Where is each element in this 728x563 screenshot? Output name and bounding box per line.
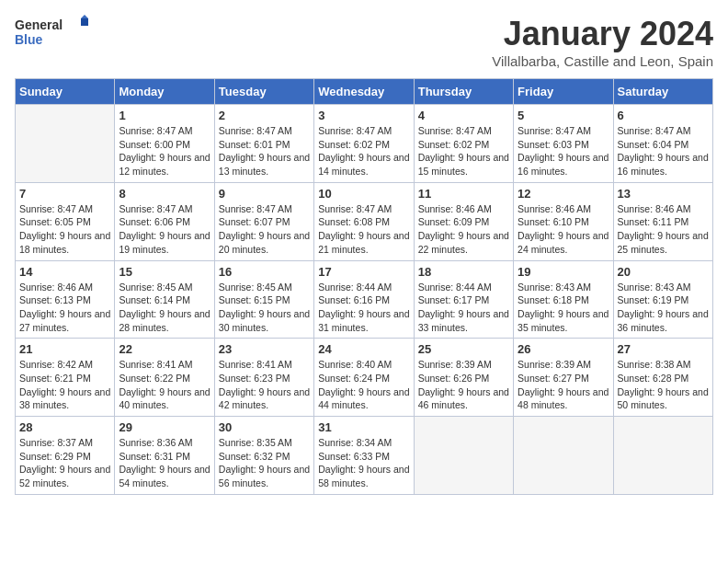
calendar-cell: 23 Sunrise: 8:41 AM Sunset: 6:23 PM Dayl… bbox=[214, 339, 313, 417]
calendar-title: January 2024 bbox=[492, 15, 713, 53]
day-number: 4 bbox=[418, 109, 509, 122]
calendar-cell: 8 Sunrise: 8:47 AM Sunset: 6:06 PM Dayli… bbox=[115, 182, 214, 260]
day-number: 1 bbox=[119, 109, 210, 122]
sunset-text: Sunset: 6:10 PM bbox=[518, 215, 609, 229]
sunset-text: Sunset: 6:06 PM bbox=[119, 215, 210, 229]
calendar-cell bbox=[414, 417, 513, 495]
daylight-text: Daylight: 9 hours and 33 minutes. bbox=[418, 307, 509, 334]
col-wednesday: Wednesday bbox=[314, 79, 414, 105]
day-number: 16 bbox=[219, 265, 310, 279]
sunrise-text: Sunrise: 8:47 AM bbox=[618, 124, 709, 138]
calendar-cell: 17 Sunrise: 8:44 AM Sunset: 6:16 PM Dayl… bbox=[314, 260, 414, 339]
calendar-cell: 11 Sunrise: 8:46 AM Sunset: 6:09 PM Dayl… bbox=[414, 182, 513, 260]
sunset-text: Sunset: 6:32 PM bbox=[219, 450, 310, 464]
day-number: 12 bbox=[518, 187, 609, 201]
calendar-table: Sunday Monday Tuesday Wednesday Thursday… bbox=[15, 78, 713, 495]
sunrise-text: Sunrise: 8:42 AM bbox=[19, 358, 110, 372]
daylight-text: Daylight: 9 hours and 19 minutes. bbox=[119, 229, 210, 256]
calendar-cell: 20 Sunrise: 8:43 AM Sunset: 6:19 PM Dayl… bbox=[613, 260, 712, 339]
daylight-text: Daylight: 9 hours and 42 minutes. bbox=[219, 385, 310, 412]
svg-marker-2 bbox=[81, 15, 88, 18]
day-number: 11 bbox=[418, 187, 509, 201]
day-number: 25 bbox=[418, 342, 509, 356]
sunset-text: Sunset: 6:02 PM bbox=[418, 138, 509, 152]
day-number: 5 bbox=[518, 109, 609, 122]
day-number: 2 bbox=[219, 109, 310, 122]
sunrise-text: Sunrise: 8:46 AM bbox=[19, 281, 110, 294]
sunset-text: Sunset: 6:15 PM bbox=[219, 293, 310, 307]
day-number: 14 bbox=[19, 265, 110, 279]
sunrise-text: Sunrise: 8:44 AM bbox=[418, 281, 509, 294]
sunrise-text: Sunrise: 8:47 AM bbox=[518, 124, 609, 138]
sunset-text: Sunset: 6:23 PM bbox=[219, 372, 310, 385]
sunrise-text: Sunrise: 8:41 AM bbox=[219, 358, 310, 372]
calendar-subtitle: Villalbarba, Castille and Leon, Spain bbox=[492, 53, 713, 69]
col-thursday: Thursday bbox=[414, 79, 513, 105]
sunset-text: Sunset: 6:03 PM bbox=[518, 138, 609, 152]
sunrise-text: Sunrise: 8:46 AM bbox=[518, 202, 609, 216]
day-number: 31 bbox=[318, 420, 409, 434]
daylight-text: Daylight: 9 hours and 35 minutes. bbox=[518, 307, 609, 334]
daylight-text: Daylight: 9 hours and 20 minutes. bbox=[219, 229, 310, 256]
title-area: January 2024 Villalbarba, Castille and L… bbox=[492, 15, 713, 69]
sunrise-text: Sunrise: 8:47 AM bbox=[418, 124, 509, 138]
calendar-cell: 1 Sunrise: 8:47 AM Sunset: 6:00 PM Dayli… bbox=[115, 105, 214, 183]
daylight-text: Daylight: 9 hours and 21 minutes. bbox=[318, 229, 409, 256]
day-number: 3 bbox=[318, 109, 409, 122]
sunrise-text: Sunrise: 8:41 AM bbox=[119, 358, 210, 372]
sunset-text: Sunset: 6:01 PM bbox=[219, 138, 310, 152]
calendar-cell: 4 Sunrise: 8:47 AM Sunset: 6:02 PM Dayli… bbox=[414, 105, 513, 183]
daylight-text: Daylight: 9 hours and 50 minutes. bbox=[618, 385, 709, 412]
calendar-cell: 24 Sunrise: 8:40 AM Sunset: 6:24 PM Dayl… bbox=[314, 339, 414, 417]
daylight-text: Daylight: 9 hours and 28 minutes. bbox=[119, 307, 210, 334]
calendar-cell bbox=[16, 105, 115, 183]
day-number: 8 bbox=[119, 187, 210, 201]
calendar-cell: 30 Sunrise: 8:35 AM Sunset: 6:32 PM Dayl… bbox=[214, 417, 313, 495]
sunrise-text: Sunrise: 8:46 AM bbox=[618, 202, 709, 216]
sunrise-text: Sunrise: 8:39 AM bbox=[518, 358, 609, 372]
day-number: 17 bbox=[318, 265, 409, 279]
sunrise-text: Sunrise: 8:47 AM bbox=[318, 202, 409, 216]
sunset-text: Sunset: 6:24 PM bbox=[318, 372, 409, 385]
day-number: 18 bbox=[418, 265, 509, 279]
svg-text:Blue: Blue bbox=[15, 32, 43, 47]
daylight-text: Daylight: 9 hours and 56 minutes. bbox=[219, 463, 310, 489]
logo: General Blue bbox=[15, 15, 97, 52]
sunrise-text: Sunrise: 8:47 AM bbox=[119, 124, 210, 138]
daylight-text: Daylight: 9 hours and 31 minutes. bbox=[318, 307, 409, 334]
daylight-text: Daylight: 9 hours and 44 minutes. bbox=[318, 385, 409, 412]
col-sunday: Sunday bbox=[16, 79, 115, 105]
calendar-cell: 15 Sunrise: 8:45 AM Sunset: 6:14 PM Dayl… bbox=[115, 260, 214, 339]
sunrise-text: Sunrise: 8:34 AM bbox=[318, 436, 409, 450]
calendar-cell: 28 Sunrise: 8:37 AM Sunset: 6:29 PM Dayl… bbox=[16, 417, 115, 495]
calendar-cell: 26 Sunrise: 8:39 AM Sunset: 6:27 PM Dayl… bbox=[514, 339, 613, 417]
day-number: 6 bbox=[618, 109, 709, 122]
sunset-text: Sunset: 6:22 PM bbox=[119, 372, 210, 385]
sunset-text: Sunset: 6:16 PM bbox=[318, 293, 409, 307]
calendar-cell: 18 Sunrise: 8:44 AM Sunset: 6:17 PM Dayl… bbox=[414, 260, 513, 339]
sunset-text: Sunset: 6:28 PM bbox=[618, 372, 709, 385]
calendar-cell bbox=[514, 417, 613, 495]
days-of-week-row: Sunday Monday Tuesday Wednesday Thursday… bbox=[16, 79, 713, 105]
day-number: 24 bbox=[318, 342, 409, 356]
sunrise-text: Sunrise: 8:44 AM bbox=[318, 281, 409, 294]
col-friday: Friday bbox=[514, 79, 613, 105]
daylight-text: Daylight: 9 hours and 12 minutes. bbox=[119, 151, 210, 178]
calendar-cell: 3 Sunrise: 8:47 AM Sunset: 6:02 PM Dayli… bbox=[314, 105, 414, 183]
calendar-cell: 19 Sunrise: 8:43 AM Sunset: 6:18 PM Dayl… bbox=[514, 260, 613, 339]
sunset-text: Sunset: 6:26 PM bbox=[418, 372, 509, 385]
daylight-text: Daylight: 9 hours and 54 minutes. bbox=[119, 463, 210, 489]
day-number: 7 bbox=[19, 187, 110, 201]
calendar-cell: 22 Sunrise: 8:41 AM Sunset: 6:22 PM Dayl… bbox=[115, 339, 214, 417]
col-tuesday: Tuesday bbox=[214, 79, 313, 105]
sunset-text: Sunset: 6:18 PM bbox=[518, 293, 609, 307]
daylight-text: Daylight: 9 hours and 46 minutes. bbox=[418, 385, 509, 412]
daylight-text: Daylight: 9 hours and 30 minutes. bbox=[219, 307, 310, 334]
sunrise-text: Sunrise: 8:47 AM bbox=[219, 202, 310, 216]
daylight-text: Daylight: 9 hours and 22 minutes. bbox=[418, 229, 509, 256]
day-number: 20 bbox=[618, 265, 709, 279]
calendar-cell: 2 Sunrise: 8:47 AM Sunset: 6:01 PM Dayli… bbox=[214, 105, 313, 183]
daylight-text: Daylight: 9 hours and 27 minutes. bbox=[19, 307, 110, 334]
sunset-text: Sunset: 6:27 PM bbox=[518, 372, 609, 385]
sunset-text: Sunset: 6:09 PM bbox=[418, 215, 509, 229]
